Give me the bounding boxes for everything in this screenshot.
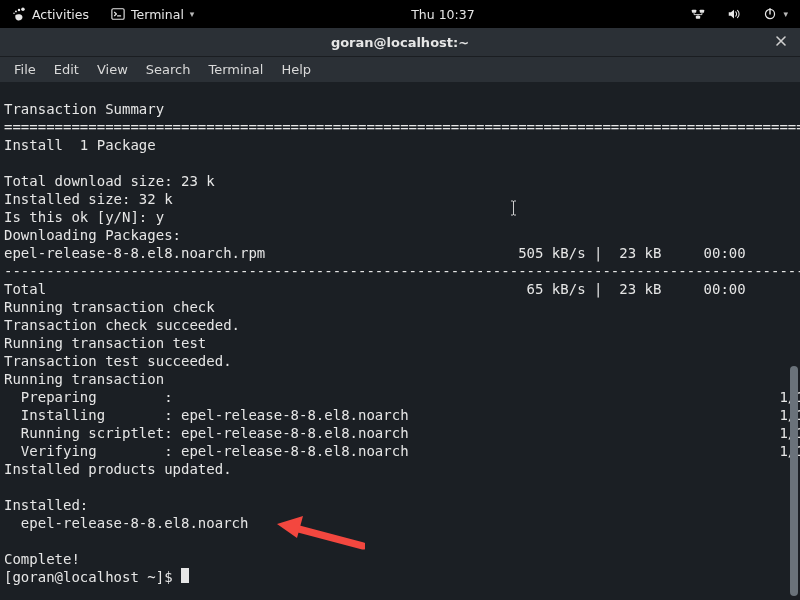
activities-button[interactable]: Activities — [8, 7, 93, 22]
network-icon — [691, 7, 705, 21]
term-line: epel-release-8-8.el8.noarch — [4, 515, 248, 531]
window-title: goran@localhost:~ — [331, 35, 469, 50]
annotation-arrow-icon — [275, 514, 365, 554]
term-line: Transaction check succeeded. — [4, 317, 240, 333]
clock[interactable]: Thu 10:37 — [407, 7, 478, 22]
arrow-head — [277, 516, 303, 538]
term-line: Complete! — [4, 551, 80, 567]
scrollbar-thumb[interactable] — [790, 366, 798, 596]
volume-indicator[interactable] — [723, 7, 745, 21]
gnome-logo-icon — [12, 7, 26, 21]
term-line: Installed: — [4, 497, 88, 513]
dropdown-indicator-icon: ▾ — [190, 9, 195, 19]
svg-point-1 — [18, 9, 20, 11]
menu-help[interactable]: Help — [273, 59, 319, 80]
term-line: Downloading Packages: — [4, 227, 181, 243]
clock-label: Thu 10:37 — [411, 7, 474, 22]
arrow-shaft — [295, 528, 363, 546]
power-icon — [763, 7, 777, 21]
svg-point-0 — [21, 7, 25, 11]
menu-terminal[interactable]: Terminal — [200, 59, 271, 80]
network-indicator[interactable] — [687, 7, 709, 21]
term-line: Running scriptlet: epel-release-8-8.el8.… — [4, 425, 800, 441]
term-line: Running transaction check — [4, 299, 215, 315]
term-line: Installed size: 32 k — [4, 191, 173, 207]
term-line: Preparing : 1/1 — [4, 389, 800, 405]
term-line: Verifying : epel-release-8-8.el8.noarch … — [4, 443, 800, 459]
term-line: Installing : epel-release-8-8.el8.noarch… — [4, 407, 800, 423]
dropdown-indicator-icon: ▾ — [783, 9, 788, 19]
term-line: epel-release-8-8.el8.noarch.rpm 505 kB/s… — [4, 245, 779, 261]
term-line: Is this ok [y/N]: y — [4, 209, 164, 225]
menu-bar: File Edit View Search Terminal Help — [0, 56, 800, 82]
term-line: ----------------------------------------… — [4, 263, 800, 279]
volume-icon — [727, 7, 741, 21]
svg-rect-8 — [696, 16, 700, 19]
term-line: Transaction Summary — [4, 101, 164, 117]
close-button[interactable] — [772, 32, 790, 50]
activities-label: Activities — [32, 7, 89, 22]
term-line: Installed products updated. — [4, 461, 232, 477]
terminal-app-icon — [111, 7, 125, 21]
svg-rect-6 — [692, 10, 696, 13]
terminal-output[interactable]: Transaction Summary ====================… — [0, 82, 800, 590]
current-app-button[interactable]: Terminal ▾ — [107, 7, 198, 22]
menu-search[interactable]: Search — [138, 59, 199, 80]
menu-view[interactable]: View — [89, 59, 136, 80]
term-line: Total download size: 23 k — [4, 173, 215, 189]
scrollbar[interactable] — [790, 86, 798, 596]
menu-edit[interactable]: Edit — [46, 59, 87, 80]
menu-file[interactable]: File — [6, 59, 44, 80]
svg-point-3 — [13, 13, 15, 15]
term-prompt[interactable]: [goran@localhost ~]$ — [4, 569, 181, 585]
current-app-label: Terminal — [131, 7, 184, 22]
term-line: Install 1 Package — [4, 137, 156, 153]
svg-rect-7 — [700, 10, 704, 13]
svg-rect-4 — [112, 9, 124, 20]
term-line: Total 65 kB/s | 23 kB 00:00 — [4, 281, 779, 297]
mouse-pointer-ibeam-icon — [510, 200, 517, 220]
window-title-bar: goran@localhost:~ — [0, 28, 800, 56]
power-indicator[interactable]: ▾ — [759, 7, 792, 21]
gnome-top-bar: Activities Terminal ▾ Thu 10:37 ▾ — [0, 0, 800, 28]
terminal-cursor — [181, 568, 189, 583]
svg-point-2 — [15, 10, 17, 12]
term-line: ========================================… — [4, 119, 800, 135]
term-line: Running transaction — [4, 371, 164, 387]
term-line: Transaction test succeeded. — [4, 353, 232, 369]
term-line: Running transaction test — [4, 335, 206, 351]
terminal-viewport[interactable]: Transaction Summary ====================… — [0, 82, 800, 600]
close-icon — [775, 35, 787, 47]
